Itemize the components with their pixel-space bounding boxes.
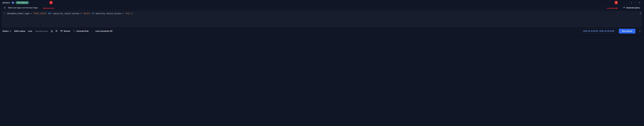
rewrite-icon (60, 30, 63, 32)
topbar-more-icon[interactable] (630, 1, 634, 5)
svg-point-3 (640, 30, 640, 31)
udm-lookup-button[interactable]: UDM Lookup (14, 30, 25, 32)
editor-code[interactable]: metadata.event_type = "USER_LOGIN" AND (… (6, 12, 642, 27)
query-editor[interactable]: 1 metadata.event_type = "USER_LOGIN" AND… (2, 12, 642, 27)
sparkle-pencil-icon (623, 7, 625, 9)
rewrite-button[interactable]: Rewrite (60, 30, 70, 32)
collapse-button[interactable] (638, 1, 642, 5)
svg-point-0 (632, 2, 632, 2)
topbar-divider (636, 1, 636, 5)
time-range-picker[interactable]: APRIL 26, 06:29 PM - APRIL 29, 06:29 PM (581, 29, 616, 33)
sparkle-icon (73, 30, 75, 32)
bottombar: History UDM Lookup Lists Generated Query… (0, 28, 644, 35)
info-icon[interactable]: i (12, 2, 14, 4)
line-number: 1 (4, 12, 5, 15)
svg-point-4 (640, 31, 640, 31)
thumbs-down-icon[interactable] (55, 30, 58, 32)
svg-point-1 (632, 3, 632, 3)
nl-query-input-wrap: failed user logins over the last 3 days (2, 5, 619, 10)
nl-query-row: failed user logins over the last 3 days … (0, 5, 644, 11)
nl-query-text[interactable]: failed user logins over the last 3 days (8, 7, 618, 9)
new-features-badge[interactable]: New Features (16, 1, 29, 4)
editor-scrollbar[interactable] (640, 12, 641, 15)
case-sensitivity-toggle[interactable]: Case Sensitivity Off (96, 30, 112, 32)
lists-button[interactable]: Lists (28, 30, 32, 32)
svg-point-2 (632, 3, 632, 4)
rewrite-label: Rewrite (64, 30, 70, 32)
close-icon[interactable] (3, 6, 6, 9)
topbar: SEARCH i New Features (0, 0, 644, 5)
thumbs-up-icon[interactable] (51, 30, 53, 32)
generate-query-button[interactable]: Generate Query (621, 5, 642, 10)
chevron-down-icon (10, 30, 11, 32)
history-button[interactable]: History (2, 30, 11, 32)
page-title: SEARCH (2, 2, 10, 4)
run-search-button[interactable]: Run Search (619, 29, 635, 33)
generated-query-label: Generated Query (35, 30, 48, 32)
bottombar-more-icon[interactable] (638, 30, 642, 33)
generate-rule-button[interactable]: Generate Rule (73, 30, 88, 32)
generate-rule-label: Generate Rule (76, 30, 88, 32)
editor-gutter: 1 (2, 12, 6, 27)
search-panel: SEARCH i New Features failed user logins… (0, 0, 644, 35)
history-label: History (2, 30, 9, 32)
generate-query-label: Generate Query (626, 7, 640, 9)
svg-point-5 (640, 32, 640, 32)
